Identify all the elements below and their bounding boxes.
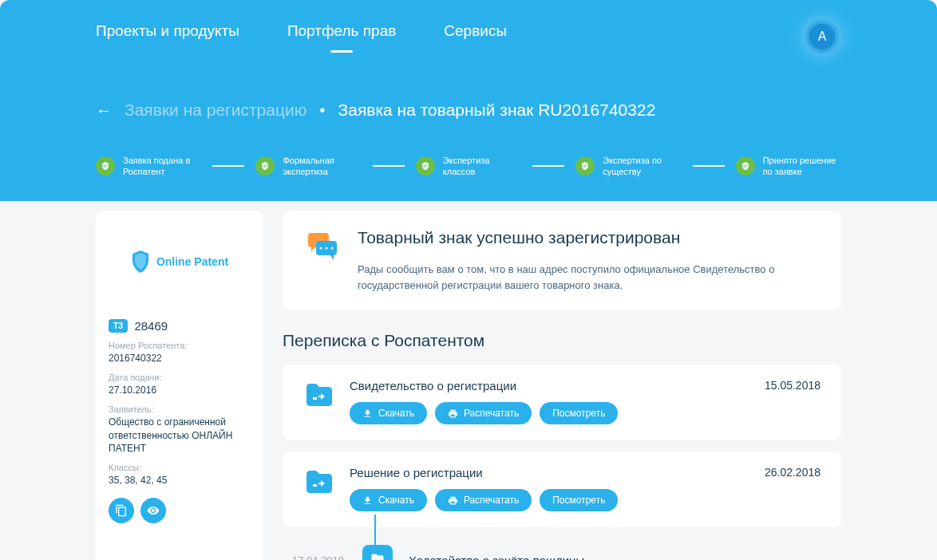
view-doc-button[interactable]: Посмотреть [540, 489, 618, 511]
shield-check-icon [736, 156, 755, 175]
shield-check-icon [255, 156, 275, 175]
nav-portfolio[interactable]: Портфель прав [287, 22, 396, 53]
classes-label: Классы: [109, 463, 251, 472]
copy-button[interactable] [109, 498, 134, 523]
avatar-letter: A [809, 24, 835, 49]
correspondence-title: Переписка с Роспатентом [283, 331, 841, 350]
step-5: Принято решение по заявке [736, 155, 841, 178]
download-button[interactable]: Скачать [350, 489, 427, 511]
rospatent-number-value: 2016740322 [109, 352, 251, 365]
shield-check-icon [416, 156, 435, 175]
timeline-title: Ходатайство о зачёте пошлины [409, 554, 584, 561]
shield-check-icon [575, 156, 595, 175]
folder-out-icon [362, 545, 393, 560]
info-sidebar: Online Patent ТЗ 28469 Номер Роспатента:… [96, 211, 263, 560]
timeline-connector [374, 515, 376, 546]
step-3: Экспертиза классов [416, 155, 521, 178]
doc-date: 15.05.2018 [765, 379, 820, 392]
doc-card: Свидетельство о регистрации Скачать Расп… [283, 365, 841, 440]
svg-point-2 [320, 247, 322, 250]
classes-value: 35, 38, 42, 45 [109, 474, 251, 487]
svg-point-3 [326, 247, 328, 250]
rospatent-number-label: Номер Роспатента: [109, 341, 251, 350]
print-icon [448, 495, 458, 506]
notice-text: Рады сообщить вам о том, что в наш адрес… [358, 262, 820, 293]
print-button[interactable]: Распечатать [435, 489, 532, 511]
notice-title: Товарный знак успешно зарегистрирован [358, 228, 820, 247]
filing-date-value: 27.10.2016 [109, 384, 251, 396]
step-2: Формальная экспертиза [255, 155, 361, 178]
doc-date: 26.02.2018 [765, 466, 820, 479]
tz-badge: ТЗ [109, 319, 128, 333]
filing-date-label: Дата подачи: [109, 373, 251, 382]
eye-icon [147, 504, 160, 517]
download-icon [362, 495, 373, 506]
timeline-item: 17.04.2018 Ходатайство о зачёте пошлины [283, 538, 841, 560]
view-doc-button[interactable]: Посмотреть [540, 402, 618, 424]
progress-stepper: Заявка подана в Роспатент Формальная экс… [96, 155, 841, 178]
breadcrumb-prev[interactable]: Заявки на регистрацию [125, 101, 307, 120]
svg-point-4 [331, 247, 334, 250]
copy-icon [115, 504, 128, 517]
applicant-value: Общество с ограниченной ответственностью… [109, 416, 251, 455]
trademark-number: 28469 [134, 319, 168, 333]
nav-projects[interactable]: Проекты и продукты [96, 22, 239, 53]
folder-in-icon [303, 381, 335, 412]
step-4: Экспертиза по существу [575, 155, 681, 178]
folder-in-icon [303, 467, 335, 499]
breadcrumb-separator: • [320, 101, 326, 120]
user-avatar[interactable]: A [803, 18, 841, 56]
shield-icon [131, 250, 150, 273]
applicant-label: Заявитель: [109, 404, 251, 414]
breadcrumb: ← Заявки на регистрацию • Заявка на това… [96, 101, 841, 120]
view-button[interactable] [140, 498, 166, 523]
chat-bubbles-icon [303, 228, 342, 266]
success-notice: Товарный знак успешно зарегистрирован Ра… [283, 211, 841, 310]
doc-card: Решение о регистрации Скачать Распечатат… [283, 452, 841, 527]
trademark-image: Online Patent [109, 227, 251, 308]
logo-text: Online Patent [156, 255, 228, 268]
nav-services[interactable]: Сервисы [444, 22, 507, 53]
doc-title: Свидетельство о регистрации [350, 379, 820, 392]
print-button[interactable]: Распечатать [435, 402, 532, 424]
step-1: Заявка подана в Роспатент [96, 155, 201, 178]
shield-check-icon [96, 156, 115, 175]
download-icon [362, 408, 373, 419]
download-button[interactable]: Скачать [350, 402, 427, 424]
doc-title: Решение о регистрации [350, 466, 820, 479]
breadcrumb-current: Заявка на товарный знак RU2016740322 [338, 101, 656, 120]
print-icon [448, 408, 458, 419]
timeline-date: 17.04.2018 [292, 554, 346, 561]
back-arrow-icon[interactable]: ← [96, 101, 112, 120]
